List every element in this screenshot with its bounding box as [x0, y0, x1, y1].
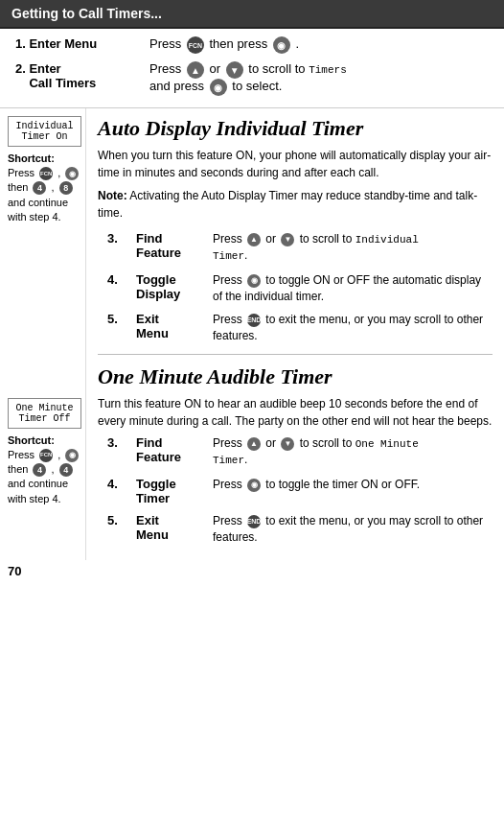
content-area: Auto Display Individual Timer When you t… — [86, 108, 504, 560]
step-2-desc: Press ▲ or ▼ to scroll to Timersand pres… — [149, 61, 489, 96]
header-title: Getting to Call Timers... — [11, 6, 162, 21]
page-number: 70 — [0, 560, 504, 582]
step-1-label: 1. Enter Menu — [15, 36, 149, 51]
s1s5-end: END — [247, 314, 261, 327]
sc1-8-icon: 8 — [59, 181, 73, 195]
section1-note: Note: Activating the Auto Display Timer … — [98, 187, 493, 222]
section-divider — [98, 354, 493, 355]
section2: One Minute Audible Timer Turn this featu… — [98, 364, 493, 545]
step-2-label: 2. Enter Call Timers — [15, 61, 149, 90]
step2-select: to select. — [232, 79, 282, 93]
s2s3-up: ▲ — [247, 437, 261, 451]
section1-title: Auto Display Individual Timer — [98, 116, 493, 141]
s1s3-dn: ▼ — [281, 233, 294, 246]
sidebar-section-1: Individual Timer On Shortcut: Press FCN … — [8, 116, 81, 225]
step3-num: 3. — [107, 231, 136, 246]
section2-step5: 5. ExitMenu Press END to exit the menu, … — [107, 513, 493, 546]
sc2-nav-icon: ◉ — [65, 449, 79, 462]
nav-button-icon: ◉ — [273, 36, 290, 54]
section1-shortcut-label: Shortcut: — [8, 152, 81, 164]
down-button: ▼ — [226, 61, 243, 79]
step3-label: FindFeature — [136, 231, 213, 260]
step4-label: ToggleDisplay — [136, 272, 213, 301]
step5-label: ExitMenu — [136, 312, 213, 340]
sc1-then: then — [8, 181, 31, 193]
s1s4-sel: ◉ — [247, 274, 261, 288]
section2-shortcut-text: Press FCN , ◉ then 4 , 4 and continuewit… — [8, 448, 81, 507]
sc2-4a-icon: 4 — [33, 463, 46, 477]
step5-desc: Press END to exit the menu, or you may s… — [213, 312, 493, 344]
s2-step4-label: ToggleTimer — [136, 477, 213, 505]
sidebar-section-2: One Minute Timer Off Shortcut: Press FCN… — [8, 398, 81, 507]
section2-step3: 3. FindFeature Press ▲ or ▼ to scroll to… — [107, 435, 493, 469]
step2-press: Press — [149, 61, 185, 76]
section2-shortcut-label: Shortcut: — [8, 434, 81, 446]
sc2-4b-icon: 4 — [59, 463, 73, 477]
sc2-comma1: , — [57, 449, 63, 460]
section1-shortcut-text: Press FCN , ◉ then 4 , 8 and continuewit… — [8, 166, 81, 225]
step4-num: 4. — [107, 272, 136, 287]
main-content: Individual Timer On Shortcut: Press FCN … — [0, 108, 504, 560]
step-1-row: 1. Enter Menu Press FCN then press ◉ . — [15, 36, 489, 54]
step5-num: 5. — [107, 312, 136, 326]
step1-period: . — [295, 36, 299, 51]
fcn-button-icon: FCN — [187, 36, 204, 54]
enter-menu-section: 1. Enter Menu Press FCN then press ◉ . 2… — [0, 29, 504, 108]
s2-step5-num: 5. — [107, 513, 136, 527]
s2-step4-desc: Press ◉ to toggle the timer ON or OFF. — [213, 477, 493, 493]
s1s3-up: ▲ — [247, 233, 261, 246]
sc1-press: Press — [8, 167, 37, 178]
s2-step4-num: 4. — [107, 477, 136, 491]
sc2-then: then — [8, 463, 31, 475]
sc2-comma2: , — [52, 463, 57, 475]
section1-step4: 4. ToggleDisplay Press ◉ to toggle ON or… — [107, 272, 493, 305]
s2s3-dn: ▼ — [281, 437, 294, 451]
section2-sidebar-box: One Minute Timer Off — [8, 398, 81, 429]
sc1-comma2: , — [52, 181, 57, 193]
select-button: ◉ — [210, 79, 227, 96]
note-content: Activating the Auto Display Timer may re… — [98, 189, 477, 220]
section1-sidebar-box: Individual Timer On — [8, 116, 81, 147]
sidebar: Individual Timer On Shortcut: Press FCN … — [0, 108, 86, 560]
section1-intro: When you turn this feature ON, your phon… — [98, 147, 493, 181]
step2-label-text: 2. Enter Call Timers — [15, 61, 96, 90]
sc1-comma1: , — [57, 167, 63, 178]
up-button: ▲ — [187, 61, 204, 79]
step1-then-text: then press — [209, 36, 270, 51]
section1-steps: 3. FindFeature Press ▲ or ▼ to scroll to… — [107, 231, 493, 344]
section1: Auto Display Individual Timer When you t… — [98, 116, 493, 344]
sc2-continue: and continuewith step 4. — [8, 478, 68, 504]
s2-step5-label: ExitMenu — [136, 513, 213, 542]
sc1-fcn-icon: FCN — [39, 167, 53, 180]
step2-or: or — [209, 61, 223, 76]
section2-title: One Minute Audible Timer — [98, 364, 493, 389]
step1-press-text: Press — [149, 36, 185, 51]
s2-step5-desc: Press END to exit the menu, or you may s… — [213, 513, 493, 546]
s2s5-end: END — [247, 515, 261, 528]
section1-step3: 3. FindFeature Press ▲ or ▼ to scroll to… — [107, 231, 493, 265]
sc1-continue: and continuewith step 4. — [8, 197, 68, 223]
s2-step3-desc: Press ▲ or ▼ to scroll to One MinuteTime… — [213, 435, 493, 469]
s2s4-sel: ◉ — [247, 479, 261, 492]
step-2-row: 2. Enter Call Timers Press ▲ or ▼ to scr… — [15, 61, 489, 96]
section2-intro: Turn this feature ON to hear an audible … — [98, 395, 493, 430]
step4-desc: Press ◉ to toggle ON or OFF the automati… — [213, 272, 493, 305]
section2-step4: 4. ToggleTimer Press ◉ to toggle the tim… — [107, 477, 493, 505]
sc1-4-icon: 4 — [33, 181, 46, 195]
s2-step3-label: FindFeature — [136, 435, 213, 464]
section2-steps: 3. FindFeature Press ▲ or ▼ to scroll to… — [107, 435, 493, 545]
page-header: Getting to Call Timers... — [0, 0, 504, 29]
sc2-press: Press — [8, 449, 37, 460]
step-1-desc: Press FCN then press ◉ . — [149, 36, 489, 54]
s2-step3-num: 3. — [107, 435, 136, 450]
note-bold-label: Note: — [98, 189, 127, 202]
step3-desc: Press ▲ or ▼ to scroll to IndividualTime… — [213, 231, 493, 265]
section1-step5: 5. ExitMenu Press END to exit the menu, … — [107, 312, 493, 344]
sc2-fcn-icon: FCN — [39, 449, 53, 462]
sc1-nav-icon: ◉ — [65, 167, 79, 180]
